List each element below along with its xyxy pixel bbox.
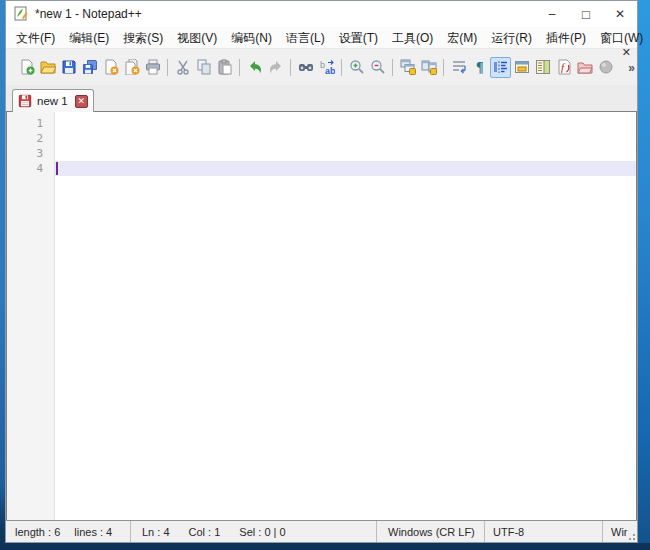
menu-item-view[interactable]: 视图(V) [170,27,224,49]
status-mode: Wir [602,521,637,542]
editor-line-2 [55,131,636,146]
sync-vertical-scroll-button[interactable] [397,57,418,78]
toolbar-separator [239,59,240,76]
status-encoding: UTF-8 [484,521,602,542]
new-file-button[interactable] [16,57,37,78]
toolbar-separator [443,59,444,76]
print-icon [145,59,161,75]
record-macro-button[interactable] [595,57,616,78]
tab-bar: new 1 ✕ [6,85,637,111]
status-cursor-position: Ln : 4 Col : 1 Sel : 0 | 0 [130,521,376,542]
desktop-background [637,0,650,543]
folder-as-workspace-button[interactable] [574,57,595,78]
menu-item-language[interactable]: 语言(L) [279,27,332,49]
save-icon [61,59,77,75]
cut-button[interactable] [172,57,193,78]
svg-text:¶: ¶ [476,60,484,75]
line-number-gutter: 1 2 3 4 [7,112,55,520]
status-mode-label: Wir [611,526,628,538]
maximize-button[interactable]: □ [569,1,603,27]
undo-button[interactable] [244,57,265,78]
show-all-characters-icon: ¶ [472,59,488,75]
new-file-icon [19,59,35,75]
editor-line-1 [55,116,636,131]
sync-horizontal-scroll-icon [421,59,437,75]
text-editing-area[interactable] [55,112,636,520]
document-map-button[interactable] [532,57,553,78]
status-eol-format: Windows (CR LF) [376,521,484,542]
tab-close-icon[interactable]: ✕ [75,95,88,108]
toolbar-separator [290,59,291,76]
status-line: Ln : 4 [142,526,170,538]
menu-bar: 文件(F) 编辑(E) 搜索(S) 视图(V) 编码(N) 语言(L) 设置(T… [6,27,637,49]
replace-button[interactable]: b ab [316,57,337,78]
open-file-button[interactable] [37,57,58,78]
status-eol-label: Windows (CR LF) [388,526,475,538]
find-button[interactable] [295,57,316,78]
save-button[interactable] [58,57,79,78]
toolbar-overflow-chevron-icon[interactable]: » [628,61,634,75]
window-title: *new 1 - Notepad++ [35,7,535,21]
zoom-in-button[interactable] [346,57,367,78]
menu-item-tools[interactable]: 工具(O) [385,27,440,49]
line-number: 3 [7,146,54,161]
user-defined-dialog-button[interactable] [511,57,532,78]
menu-item-run[interactable]: 运行(R) [484,27,539,49]
status-doc-size: length : 6 lines : 4 [6,521,130,542]
print-button[interactable] [142,57,163,78]
title-bar: *new 1 - Notepad++ – □ ✕ [6,1,637,27]
toolbar-separator [392,59,393,76]
status-encoding-label: UTF-8 [493,526,524,538]
resize-grip[interactable] [627,532,636,541]
status-bar: length : 6 lines : 4 Ln : 4 Col : 1 Sel … [6,520,637,542]
zoom-out-button[interactable] [367,57,388,78]
svg-text:ab: ab [325,66,335,75]
toolbar-separator [167,59,168,76]
menu-item-search[interactable]: 搜索(S) [116,27,170,49]
paste-button[interactable] [214,57,235,78]
function-list-icon: f [556,59,572,75]
close-button[interactable]: ✕ [603,1,637,27]
line-number: 2 [7,131,54,146]
status-selection: Sel : 0 | 0 [239,526,285,538]
show-indent-guide-button[interactable] [490,57,511,78]
close-all-button[interactable] [121,57,142,78]
tab-new-1[interactable]: new 1 ✕ [12,89,94,112]
replace-icon: b ab [319,59,335,75]
open-file-icon [40,59,56,75]
paste-icon [217,59,233,75]
notepad-plus-plus-app-icon [13,6,29,22]
toolbar: b ab [6,49,637,85]
tab-label: new 1 [37,95,68,107]
save-all-button[interactable] [79,57,100,78]
redo-button[interactable] [265,57,286,78]
editor-pane: 1 2 3 4 [6,111,637,520]
show-all-characters-button[interactable]: ¶ [469,57,490,78]
undo-icon [247,59,263,75]
line-number: 4 [7,161,54,176]
close-file-icon [103,59,119,75]
menu-item-edit[interactable]: 编辑(E) [62,27,116,49]
copy-button[interactable] [193,57,214,78]
word-wrap-icon [451,59,467,75]
word-wrap-button[interactable] [448,57,469,78]
record-macro-icon [598,59,614,75]
toolbar-separator [341,59,342,76]
editor-line-4-current [55,161,636,176]
status-column: Col : 1 [189,526,221,538]
line-number: 1 [7,116,54,131]
close-file-button[interactable] [100,57,121,78]
menu-item-macro[interactable]: 宏(M) [440,27,484,49]
sync-horizontal-scroll-button[interactable] [418,57,439,78]
menu-item-settings[interactable]: 设置(T) [332,27,385,49]
folder-as-workspace-icon [577,59,593,75]
menu-item-file[interactable]: 文件(F) [9,27,62,49]
menu-item-plugins[interactable]: 插件(P) [539,27,593,49]
find-icon [298,59,314,75]
editor-line-3 [55,146,636,161]
minimize-button[interactable]: – [535,1,569,27]
zoom-in-icon [349,59,365,75]
menu-item-encoding[interactable]: 编码(N) [224,27,279,49]
close-document-icon[interactable]: ✕ [622,46,631,58]
function-list-button[interactable]: f [553,57,574,78]
